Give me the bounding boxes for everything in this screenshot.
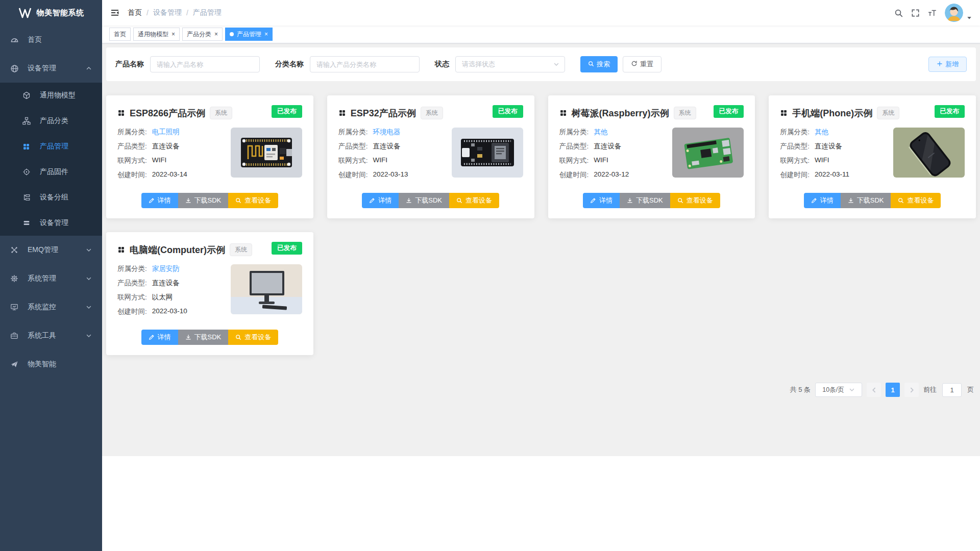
type-value: 直连设备 <box>815 142 842 151</box>
sidebar-item[interactable]: 首页 <box>0 26 102 54</box>
product-fields: 所属分类:其他 产品类型:直连设备 联网方式:WIFI 创建时间:2022-03… <box>780 128 849 185</box>
phone-image <box>893 128 965 178</box>
sidebar-item[interactable]: 物美智能 <box>0 350 102 379</box>
chevron-down-icon <box>86 276 92 282</box>
grid-icon <box>559 109 567 117</box>
navbar-actions <box>894 4 972 22</box>
card-actions: 详情 下载SDK 查看设备 <box>117 193 302 208</box>
reset-button[interactable]: 重置 <box>623 56 662 72</box>
type-field-label: 产品类型: <box>117 279 147 288</box>
dashboard-icon <box>10 36 22 44</box>
caret-down-icon <box>967 15 972 22</box>
type-value: 直连设备 <box>373 142 401 151</box>
category-name-input[interactable] <box>310 56 420 72</box>
product-card-grid: 已发布 ESP8266产品示例 系统 所属分类:电工照明 产品类型:直连设备 联… <box>106 95 976 355</box>
close-icon[interactable]: × <box>172 31 175 37</box>
created-value: 2022-03-14 <box>152 170 187 180</box>
detail-button[interactable]: 详情 <box>362 193 399 208</box>
sidebar-item[interactable]: 通用物模型 <box>0 83 102 108</box>
detail-button-label: 详情 <box>599 196 612 205</box>
sidebar-item[interactable]: 设备管理 <box>0 54 102 83</box>
chevron-down-icon <box>553 61 559 67</box>
detail-button[interactable]: 详情 <box>141 330 178 345</box>
app-logo[interactable]: 物美智能系统 <box>0 0 102 26</box>
sidebar-item[interactable]: EMQ管理 <box>0 236 102 264</box>
sidebar-item-label: 物美智能 <box>28 360 56 369</box>
created-field-label: 创建时间: <box>117 307 147 316</box>
type-value: 直连设备 <box>152 279 180 288</box>
sidebar-item[interactable]: 设备管理 <box>0 210 102 236</box>
view-devices-button[interactable]: 查看设备 <box>228 193 278 208</box>
filter-bar: 产品名称 分类名称 状态 请选择状态 搜索 <box>106 47 976 81</box>
tab[interactable]: 首页 <box>109 28 131 41</box>
breadcrumb-item[interactable]: 设备管理 <box>153 8 182 17</box>
fullscreen-icon[interactable] <box>911 9 920 17</box>
sidebar-item[interactable]: 产品固件 <box>0 159 102 185</box>
user-menu[interactable] <box>945 4 972 22</box>
view-devices-button[interactable]: 查看设备 <box>670 193 720 208</box>
search-button[interactable]: 搜索 <box>580 56 618 72</box>
download-sdk-button[interactable]: 下载SDK <box>841 193 891 208</box>
active-tab-dot <box>230 32 234 36</box>
font-size-icon[interactable] <box>928 9 937 17</box>
detail-button[interactable]: 详情 <box>141 193 178 208</box>
pagination: 共 5 条 10条/页 1 前往 页 <box>106 383 976 397</box>
view-devices-button[interactable]: 查看设备 <box>449 193 499 208</box>
view-devices-button-label: 查看设备 <box>907 196 934 205</box>
detail-button[interactable]: 详情 <box>804 193 841 208</box>
goto-page-input[interactable] <box>942 383 962 397</box>
category-link[interactable]: 其他 <box>815 128 828 137</box>
view-devices-button[interactable]: 查看设备 <box>891 193 941 208</box>
card-actions: 详情 下载SDK 查看设备 <box>117 330 302 345</box>
download-sdk-button[interactable]: 下载SDK <box>178 330 229 345</box>
tab[interactable]: 产品分类× <box>182 28 223 41</box>
system-tag: 系统 <box>230 243 252 256</box>
detail-button[interactable]: 详情 <box>583 193 620 208</box>
sidebar-item[interactable]: 系统工具 <box>0 321 102 350</box>
sidebar-item[interactable]: 设备分组 <box>0 185 102 210</box>
next-page-button[interactable] <box>904 383 919 397</box>
created-value: 2022-03-11 <box>815 170 849 180</box>
status-badge: 已发布 <box>272 242 302 255</box>
sidebar-fold-icon[interactable] <box>110 8 119 17</box>
status-select[interactable]: 请选择状态 <box>455 56 565 72</box>
download-sdk-button[interactable]: 下载SDK <box>620 193 670 208</box>
close-icon[interactable]: × <box>214 31 218 37</box>
category-link[interactable]: 电工照明 <box>152 128 180 137</box>
esp8266-board-image <box>231 128 302 178</box>
category-icon <box>22 117 35 125</box>
sidebar-item-label: 产品固件 <box>40 167 68 177</box>
sidebar-item[interactable]: 系统管理 <box>0 264 102 293</box>
view-devices-button-label: 查看设备 <box>244 333 271 342</box>
add-button[interactable]: 新增 <box>928 57 967 72</box>
add-button-label: 新增 <box>945 60 959 69</box>
search-icon[interactable] <box>894 9 903 17</box>
model-icon <box>22 91 35 99</box>
category-link[interactable]: 环境电器 <box>373 128 401 137</box>
current-page-button[interactable]: 1 <box>886 383 900 397</box>
tab[interactable]: 产品管理× <box>225 28 273 41</box>
category-link[interactable]: 其他 <box>594 128 607 137</box>
page-size-select[interactable]: 10条/页 <box>815 383 862 397</box>
tab[interactable]: 通用物模型× <box>133 28 180 41</box>
category-field-label: 所属分类: <box>117 128 147 137</box>
close-icon[interactable]: × <box>264 31 268 37</box>
detail-button-label: 详情 <box>378 196 391 205</box>
download-sdk-button[interactable]: 下载SDK <box>399 193 449 208</box>
sidebar-item[interactable]: 产品分类 <box>0 108 102 134</box>
product-name-input[interactable] <box>150 56 260 72</box>
download-sdk-button[interactable]: 下载SDK <box>178 193 229 208</box>
avatar[interactable] <box>945 4 963 22</box>
sidebar-item[interactable]: 系统监控 <box>0 293 102 321</box>
sidebar-item[interactable]: 产品管理 <box>0 134 102 159</box>
card-body: 所属分类:电工照明 产品类型:直连设备 联网方式:WIFI 创建时间:2022-… <box>117 128 302 185</box>
prev-page-button[interactable] <box>867 383 881 397</box>
product-card: 已发布 ESP32产品示例 系统 所属分类:环境电器 产品类型:直连设备 联网方… <box>327 95 534 218</box>
search-icon <box>235 334 241 340</box>
category-link[interactable]: 家居安防 <box>152 264 180 273</box>
sidebar-item-label: 系统监控 <box>28 303 56 312</box>
breadcrumb-item[interactable]: 首页 <box>128 8 142 17</box>
system-tag: 系统 <box>210 107 232 119</box>
view-devices-button[interactable]: 查看设备 <box>228 330 278 345</box>
filter-product-name: 产品名称 <box>115 56 260 72</box>
